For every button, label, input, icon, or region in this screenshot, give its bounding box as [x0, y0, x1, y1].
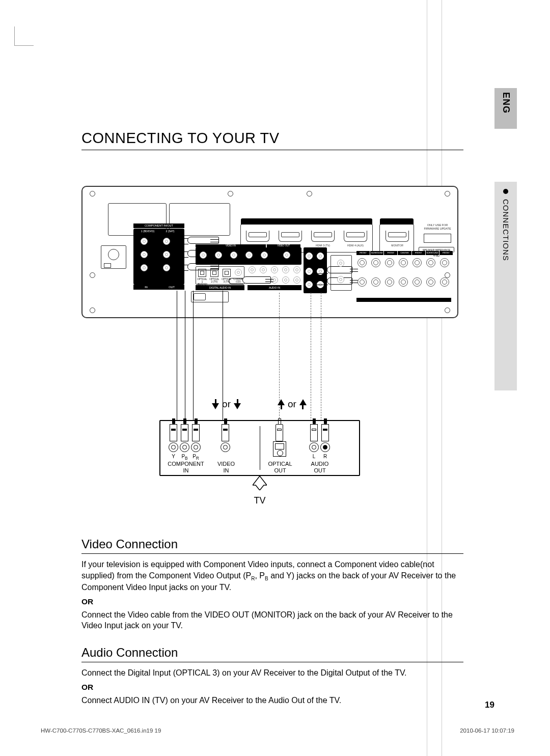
audio-in-header: AUDIO IN	[248, 285, 301, 290]
footer: HW-C700-C770S-C770BS-XAC_0616.in19 19 20…	[41, 727, 514, 734]
tv-component-in-label: COMPONENTIN	[163, 461, 208, 474]
hdmi-out-block: MONITOR	[379, 224, 414, 253]
section-tab-bullet	[503, 189, 508, 194]
tv-label: TV	[253, 495, 267, 506]
or-label-2: or	[288, 399, 296, 410]
audio-connection-p1: Connect the Digital Input (OPTICAL 3) on…	[81, 667, 463, 679]
tv-connection-box: Y PB PR COMPONENTIN VIDEOIN OPTICALOUT	[159, 420, 360, 476]
optical-plug	[242, 276, 271, 284]
tv-video-in-label: VIDEOIN	[211, 461, 241, 474]
or-label-1: or	[222, 399, 231, 410]
tv-optical-jack	[273, 441, 286, 457]
digital-audio-header: DIGITAL AUDIO IN	[196, 285, 244, 290]
page-title-rule	[81, 150, 463, 150]
tv-optical-out-label: OPTICALOUT	[265, 461, 295, 474]
tv-audio-out-label: AUDIOOUT	[305, 461, 335, 474]
subwoofer-block	[331, 255, 352, 291]
connection-diagram: COMPONENT IN/OUT 1 (BD/DVD) 2 (SAT) IN O…	[81, 186, 463, 532]
component-header: COMPONENT IN/OUT	[133, 223, 184, 228]
speaker-out-label	[356, 298, 451, 302]
video-connection-heading: Video Connection	[81, 537, 463, 554]
component-inout-label: IN OUT	[133, 285, 184, 290]
component-plug-y	[187, 237, 219, 244]
usb-note: ONLY USE FOR FIRMWARE UPDATE	[421, 223, 454, 230]
language-tab-label: ENG	[501, 92, 511, 114]
section-tab-label: CONNECTIONS	[502, 199, 510, 261]
receiver-back-panel: COMPONENT IN/OUT 1 (BD/DVD) 2 (SAT) IN O…	[81, 186, 458, 318]
footer-file: HW-C700-C770S-C770BS-XAC_0616.in19 19	[41, 727, 161, 734]
video-connection-p2: Connect the Video cable from the VIDEO O…	[81, 609, 463, 631]
video-or: OR	[81, 597, 463, 606]
page-number: 19	[0, 700, 494, 710]
section-tab: CONNECTIONS	[494, 182, 517, 390]
tv-callout-pointer	[253, 476, 267, 490]
crop-mark	[14, 26, 34, 46]
video-row-block: VIDEO IN VIDEO OUT	[196, 247, 301, 265]
page-title: CONNECTING TO YOUR TV	[81, 130, 463, 147]
speaker-terminals: FRONT SURROUND FRONT HIGH/SURR. BACK CEN…	[356, 255, 453, 297]
audio-or: OR	[81, 683, 463, 692]
usb-port	[424, 234, 451, 243]
audio-connection-heading: Audio Connection	[81, 646, 463, 662]
or-row: or or	[159, 399, 360, 410]
video-connection-p1: If your television is equipped with Comp…	[81, 559, 463, 593]
language-tab: ENG	[494, 88, 517, 129]
footer-timestamp: 2010-06-17 10:07:19	[460, 727, 514, 734]
